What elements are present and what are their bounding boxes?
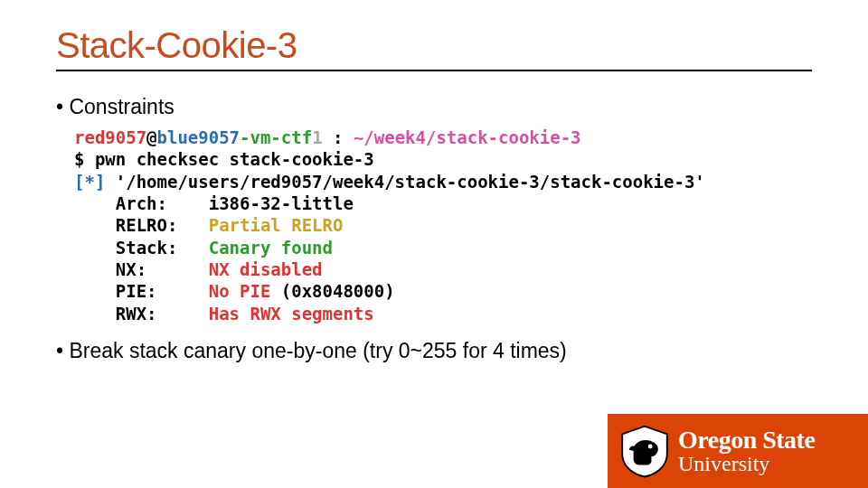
bullet-constraints: Constraints bbox=[56, 95, 812, 119]
beaver-shield-icon bbox=[617, 423, 673, 479]
bullet-break-canary: Break stack canary one-by-one (try 0~255… bbox=[56, 339, 812, 363]
term-star: [*] bbox=[74, 172, 105, 192]
row-pie-val-b: (0x8048000) bbox=[281, 281, 395, 301]
row-relro-label: RELRO: bbox=[116, 215, 209, 235]
term-user: red9057 bbox=[74, 127, 146, 147]
row-rwx-label: RWX: bbox=[116, 304, 209, 324]
row-arch-val: i386-32-little bbox=[209, 193, 354, 213]
term-dollar: $ bbox=[74, 149, 84, 169]
term-host2: -vm-ctf bbox=[240, 127, 312, 147]
term-sep: : bbox=[323, 127, 354, 147]
row-relro-val: Partial RELRO bbox=[209, 215, 344, 235]
terminal-block: red9057@blue9057-vm-ctf1 : ~/week4/stack… bbox=[74, 127, 812, 324]
row-arch-label: Arch: bbox=[116, 193, 209, 213]
row-nx-val: NX disabled bbox=[209, 259, 323, 279]
term-host3: 1 bbox=[312, 127, 322, 147]
terminal: red9057@blue9057-vm-ctf1 : ~/week4/stack… bbox=[74, 127, 812, 324]
bullet-list: Constraints bbox=[56, 95, 812, 119]
row-stack-val: Canary found bbox=[209, 238, 333, 258]
osu-logo-text: Oregon State University bbox=[678, 427, 815, 476]
term-path: '/home/users/red9057/week4/stack-cookie-… bbox=[105, 172, 704, 192]
term-host1: blue9057 bbox=[157, 127, 241, 147]
slide-title: Stack-Cookie-3 bbox=[56, 25, 812, 66]
term-cwd: ~/week4/stack-cookie-3 bbox=[354, 127, 581, 147]
row-rwx-val: Has RWX segments bbox=[209, 304, 374, 324]
row-pie-val-a: No PIE bbox=[209, 281, 281, 301]
osu-logo-line2: University bbox=[678, 453, 815, 475]
title-rule bbox=[56, 70, 812, 71]
row-pie-label: PIE: bbox=[116, 281, 209, 301]
bullet-list-2: Break stack canary one-by-one (try 0~255… bbox=[56, 339, 812, 363]
row-stack-label: Stack: bbox=[116, 238, 209, 258]
svg-point-0 bbox=[648, 445, 653, 449]
term-command: pwn checksec stack-cookie-3 bbox=[84, 149, 373, 169]
row-nx-label: NX: bbox=[116, 259, 209, 279]
term-at: @ bbox=[146, 127, 156, 147]
osu-logo-line1: Oregon State bbox=[678, 427, 815, 453]
osu-logo: Oregon State University bbox=[608, 414, 868, 488]
slide: Stack-Cookie-3 Constraints red9057@blue9… bbox=[0, 0, 868, 363]
